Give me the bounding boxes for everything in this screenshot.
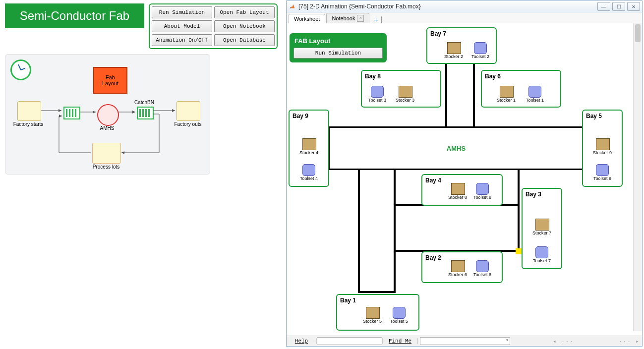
factory-outs-node[interactable] (176, 101, 200, 121)
process-lots-label: Process lots (86, 164, 126, 170)
factory-outs-label: Factory outs (168, 121, 208, 127)
status-bar: Help Find Me ◂ ··· ··· ▸ (287, 336, 642, 346)
amhs-label: AMHS (87, 125, 127, 131)
about-model-button[interactable]: About Model (152, 20, 212, 32)
toolset-1[interactable] (528, 86, 541, 98)
bay-3[interactable]: Bay 3 Stocker 7 Toolset 7 (522, 188, 562, 269)
bay-8[interactable]: Bay 8 Toolset 3 Stocker 3 (361, 70, 441, 108)
stocker-6[interactable] (451, 260, 465, 272)
open-notebook-button[interactable]: Open Notebook (214, 20, 275, 32)
fab-layout-panel: FAB Layout Run Simulation (290, 33, 387, 62)
toolset-9[interactable] (596, 164, 609, 176)
bay-2[interactable]: Bay 2 Stocker 6 Toolset 6 (421, 251, 503, 283)
control-button-panel: Run Simulation Open Fab Layout About Mod… (149, 3, 278, 49)
minimize-button[interactable]: — (597, 2, 610, 11)
toolset-2[interactable] (474, 42, 487, 54)
bay-7[interactable]: Bay 7 Stocker 2 Toolset 2 (426, 27, 497, 64)
queue-block-right[interactable] (137, 107, 154, 119)
nav-left-icon[interactable]: ◂ ··· (553, 338, 574, 345)
tab-bar: Worksheet Notebook× + (287, 12, 642, 24)
tab-separator (381, 16, 382, 23)
process-lots-node[interactable] (92, 143, 121, 164)
bay-4[interactable]: Bay 4 Stocker 8 Toolset 8 (421, 174, 503, 206)
tab-close-icon[interactable]: × (357, 15, 364, 22)
stocker-8[interactable] (451, 183, 465, 195)
queue-block-left[interactable] (63, 107, 80, 119)
vertical-scrollbar[interactable] (633, 23, 642, 331)
run-simulation-button[interactable]: Run Simulation (152, 6, 212, 18)
fab-run-simulation-button[interactable]: Run Simulation (293, 48, 383, 58)
amhs-node[interactable] (97, 104, 119, 126)
factory-starts-label: Factory starts (8, 121, 48, 127)
window-titlebar[interactable]: [75] 2-D Animation {Semi-Conductor Fab.m… (287, 1, 642, 12)
layout-canvas[interactable]: FAB Layout Run Simulation AMHS Bay 7 Sto… (287, 23, 634, 331)
factory-starts-node[interactable] (17, 101, 41, 121)
app-title: Semi-Conductor Fab (5, 3, 144, 28)
clock-icon (10, 59, 31, 80)
status-combo[interactable] (420, 337, 510, 345)
stocker-2[interactable] (447, 42, 461, 54)
stocker-5[interactable] (366, 307, 380, 319)
stocker-9[interactable] (596, 138, 610, 150)
toolset-8[interactable] (476, 183, 489, 195)
agv-marker (516, 248, 522, 254)
track-vert-mid (358, 169, 360, 292)
track-vert-mid2 (394, 169, 396, 292)
add-tab-button[interactable]: + (372, 16, 379, 23)
track-vert-top (445, 63, 447, 127)
toolset-4[interactable] (302, 164, 315, 176)
track-vert-right1 (518, 169, 520, 253)
open-database-button[interactable]: Open Database (214, 34, 275, 46)
stocker-4[interactable] (302, 138, 316, 150)
find-me-link[interactable]: Find Me (382, 338, 418, 344)
model-flow-canvas[interactable]: Fab Layout Factory starts AMHS CatchBN F… (5, 54, 210, 174)
stocker-1[interactable] (500, 86, 514, 98)
track-vert-top-right (473, 63, 475, 127)
window-title: [75] 2-D Animation {Semi-Conductor Fab.m… (298, 3, 421, 10)
app-icon (289, 3, 295, 10)
animation-window: [75] 2-D Animation {Semi-Conductor Fab.m… (286, 0, 643, 347)
toolset-5[interactable] (393, 307, 406, 319)
status-search-input[interactable] (317, 337, 382, 345)
toolset-6[interactable] (476, 260, 489, 272)
help-link[interactable]: Help (287, 338, 317, 344)
fab-layout-node[interactable]: Fab Layout (93, 67, 127, 94)
stocker-7[interactable] (535, 219, 549, 231)
track-horiz-bot (358, 291, 396, 293)
bay-5[interactable]: Bay 5 Stocker 9 Toolset 9 (582, 110, 623, 187)
bay-1[interactable]: Bay 1 Stocker 5 Toolset 5 (336, 294, 419, 331)
nav-right-icon[interactable]: ··· ▸ (619, 338, 640, 345)
catch-bn-label: CatchBN (124, 100, 164, 105)
fab-layout-title: FAB Layout (291, 34, 386, 48)
toolset-7[interactable] (535, 246, 548, 258)
bay-9[interactable]: Bay 9 Stocker 4 Toolset 4 (289, 110, 329, 187)
toolset-3[interactable] (371, 86, 384, 98)
stocker-3[interactable] (399, 86, 412, 98)
open-fab-layout-button[interactable]: Open Fab Layout (214, 6, 275, 18)
tab-worksheet[interactable]: Worksheet (289, 14, 325, 23)
animation-toggle-button[interactable]: Animation On/Off (152, 34, 212, 46)
bay-6[interactable]: Bay 6 Stocker 1 Toolset 1 (481, 70, 561, 108)
tab-notebook[interactable]: Notebook× (326, 13, 369, 23)
close-button[interactable]: ✕ (627, 2, 640, 11)
maximize-button[interactable]: ☐ (612, 2, 625, 11)
amhs-track[interactable]: AMHS (328, 126, 584, 170)
